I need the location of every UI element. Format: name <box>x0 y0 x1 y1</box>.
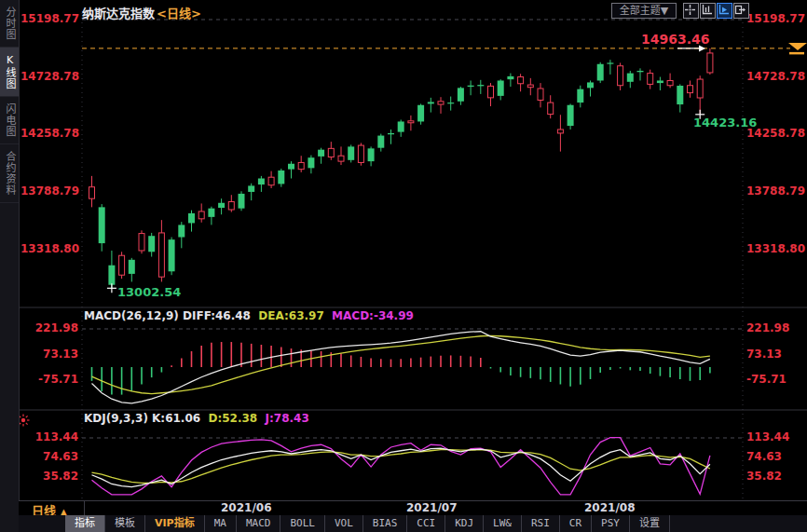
price-axis-label-right: 15198.77 <box>746 12 805 25</box>
date-label-2021-07: 2021/07 <box>406 501 457 514</box>
macd-diff-value: DIFF:46.48 <box>183 309 251 322</box>
symbol-name: 纳斯达克指数 <box>82 7 155 20</box>
macd-axis-label-left: -75.71 <box>21 373 78 386</box>
toolbar-item-ma[interactable]: MA <box>205 515 237 532</box>
price-axis-label-left: 14728.78 <box>21 70 78 83</box>
macd-dea-value: DEA:63.97 <box>258 309 323 322</box>
kdj-d-value: D:52.38 <box>208 412 257 425</box>
kdj-axis-label-right: 113.44 <box>746 430 789 443</box>
toolbar-item-2[interactable]: VIP指标 <box>145 515 205 532</box>
macd-header: MACD(26,12,9) DIFF:46.48 DEA:63.97 MACD:… <box>84 309 414 322</box>
kdj-header: KDJ(9,3,3) K:61.06 D:52.38 J:78.43 <box>84 412 309 425</box>
indicator-toolbar: 指标模板VIP指标MAMACDBOLLVOLBIASCCIKDJLW&RSICR… <box>19 515 807 532</box>
recent-low-annotation: 14423.16 <box>693 116 757 130</box>
pane-export-icon[interactable] <box>733 3 749 19</box>
kdj-axis-label-left: 35.82 <box>21 470 78 483</box>
toolbar-item-cr[interactable]: CR <box>560 515 592 532</box>
macd-axis-label-right: -75.71 <box>746 373 786 386</box>
price-axis-label-left: 13788.79 <box>21 184 78 198</box>
sidebar-tab-1[interactable]: K线图 <box>0 48 19 97</box>
toolbar-item-macd[interactable]: MACD <box>237 515 281 532</box>
sidebar-tab-0[interactable]: 分时图 <box>0 0 19 48</box>
chart-type-sidebar: 分时图K线图闪电图合约资料 <box>0 0 20 532</box>
toolbar-item-boll[interactable]: BOLL <box>280 515 325 532</box>
toolbar-item-0[interactable]: 指标 <box>65 515 105 532</box>
price-axis-label-left: 13318.80 <box>21 242 78 255</box>
macd-axis-label-right: 73.13 <box>746 348 782 361</box>
x-axis-row: 日线 ▲ 2021/062021/072021/08 <box>19 500 807 516</box>
period-tag: <日线> <box>157 7 201 20</box>
axis-play-icon[interactable] <box>717 3 732 19</box>
toolbar-spacer <box>19 515 65 532</box>
high-price-annotation: 14963.46 <box>641 32 710 47</box>
kdj-axis-label-left: 113.44 <box>21 430 78 443</box>
macd-params: MACD(26,12,9) <box>84 309 179 322</box>
sidebar-tab-3[interactable]: 合约资料 <box>0 144 19 203</box>
kdj-params: KDJ(9,3,3) <box>84 412 148 425</box>
period-low-annotation: 13002.54 <box>117 285 181 299</box>
date-label-2021-08: 2021/08 <box>584 501 635 514</box>
kdj-k-value: K:61.06 <box>152 412 200 425</box>
page-title: 纳斯达克指数<日线> <box>82 4 201 21</box>
toolbar-item-rsi[interactable]: RSI <box>522 515 560 532</box>
kdj-j-value: J:78.43 <box>266 412 309 425</box>
sidebar-tab-2[interactable]: 闪电图 <box>0 97 19 144</box>
price-axis-label-left: 14258.78 <box>21 127 78 140</box>
toolbar-item-14[interactable]: 设置 <box>630 515 670 532</box>
macd-axis-label-right: 221.98 <box>746 321 789 334</box>
kdj-axis-label-right: 74.63 <box>746 450 782 463</box>
toolbar-item-1[interactable]: 模板 <box>105 515 145 532</box>
trading-app-window: 分时图K线图闪电图合约资料 纳斯达克指数<日线> 全部主题▼ 15198.771… <box>0 0 807 532</box>
toolbar-item-vol[interactable]: VOL <box>325 515 363 532</box>
toolbar-item-cci[interactable]: CCI <box>407 515 445 532</box>
kdj-axis-label-left: 74.63 <box>21 450 78 463</box>
price-axis-label-left: 15198.77 <box>21 12 78 25</box>
price-axis-label-right: 14728.78 <box>746 70 805 83</box>
macd-bar-value: MACD:-34.99 <box>332 309 414 322</box>
candlestick-chart[interactable] <box>0 0 807 532</box>
macd-axis-label-left: 221.98 <box>21 321 78 334</box>
price-axis-label-right: 13318.80 <box>746 242 805 255</box>
toolbar-item-lw[interactable]: LW& <box>484 515 522 532</box>
toolbar-item-bias[interactable]: BIAS <box>363 515 408 532</box>
kdj-axis-label-right: 35.82 <box>746 470 782 483</box>
date-label-2021-06: 2021/06 <box>221 501 271 514</box>
toolbar-item-kdj[interactable]: KDJ <box>445 515 484 532</box>
price-axis-label-right: 13788.79 <box>746 184 805 198</box>
theme-dropdown[interactable]: 全部主题▼ <box>611 3 677 19</box>
divider <box>84 501 85 515</box>
macd-axis-label-left: 73.13 <box>21 348 78 361</box>
axis-chart-icon[interactable] <box>700 3 716 19</box>
toolbar-item-psy[interactable]: PSY <box>592 515 630 532</box>
crosshair-icon[interactable] <box>683 3 699 19</box>
